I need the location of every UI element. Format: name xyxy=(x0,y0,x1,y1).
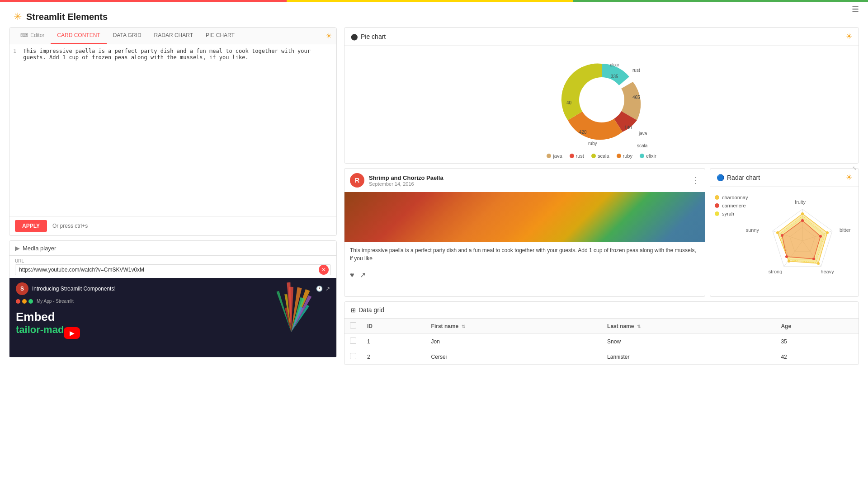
svg-text:strong: strong xyxy=(768,269,782,274)
row2-checkbox[interactable] xyxy=(350,353,356,359)
svg-point-23 xyxy=(826,231,829,234)
tab-radar-chart[interactable]: RADAR CHART xyxy=(148,28,199,44)
tab-card-content[interactable]: CARD CONTENT xyxy=(51,28,106,44)
row1-checkbox-cell xyxy=(344,334,362,349)
svg-point-29 xyxy=(812,258,815,260)
legend-dot-rust xyxy=(570,154,574,158)
select-all-checkbox[interactable] xyxy=(350,322,356,328)
legend-rust: rust xyxy=(570,153,584,159)
tab-data-grid[interactable]: DATA GRID xyxy=(107,28,148,44)
sort-icon-last: ⇅ xyxy=(637,324,641,329)
url-input[interactable] xyxy=(15,265,319,275)
recipe-name: Shrimp and Chorizo Paella xyxy=(369,174,691,181)
video-preview: S Introducing Streamlit Components! 🕐 ↗ … xyxy=(9,278,336,357)
svg-text:heavy: heavy xyxy=(821,269,834,274)
th-last-name[interactable]: Last name ⇅ xyxy=(602,319,775,334)
legend-ruby: ruby xyxy=(617,153,632,159)
svg-text:ruby: ruby xyxy=(588,141,597,146)
recipe-image xyxy=(344,192,705,242)
editor-card: ⌨ Editor CARD CONTENT DATA GRID RADAR CH… xyxy=(9,27,337,236)
youtube-play-button[interactable]: ▶ xyxy=(64,327,80,339)
svg-text:465: 465 xyxy=(632,95,640,100)
svg-text:rust: rust xyxy=(632,68,640,73)
url-clear-button[interactable]: ✕ xyxy=(319,265,329,275)
embed-text1-label: Embed xyxy=(16,310,330,324)
pie-chart-header: ⬤ Pie chart ☀ xyxy=(344,28,859,46)
svg-point-30 xyxy=(785,255,788,258)
recipe-header: R Shrimp and Chorizo Paella September 14… xyxy=(344,169,705,192)
row1-first: Jon xyxy=(426,334,602,349)
recipe-avatar: R xyxy=(350,173,364,188)
th-id: ID xyxy=(362,319,426,334)
th-age: Age xyxy=(775,319,859,334)
recipe-card: R Shrimp and Chorizo Paella September 14… xyxy=(344,168,705,297)
keyboard-icon: ⌨ xyxy=(20,32,28,38)
dot-red xyxy=(16,299,20,304)
pie-chart-title: ⬤ Pie chart xyxy=(351,33,386,40)
editor-content[interactable]: 1 This impressive paella is a perfect pa… xyxy=(9,44,336,216)
table-header-row: ID First name ⇅ Last name ⇅ Age xyxy=(344,319,859,334)
hamburger-button[interactable]: ☰ xyxy=(852,5,859,14)
embed-text2-label: tailor-made xyxy=(16,324,330,336)
row1-last: Snow xyxy=(602,334,775,349)
recipe-title-section: Shrimp and Chorizo Paella September 14, … xyxy=(369,174,691,187)
radar-content: chardonnay carmenere syrah xyxy=(710,187,859,296)
radar-chart-svg: fruity bitter heavy strong sunny xyxy=(753,191,852,291)
clock-icon: 🕐 xyxy=(316,286,323,292)
row1-age: 35 xyxy=(775,334,859,349)
svg-point-28 xyxy=(819,235,822,238)
radar-dot-carmenere xyxy=(715,203,719,208)
channel-icon: S xyxy=(16,282,28,295)
row2-checkbox-cell xyxy=(344,349,362,365)
legend-java: java xyxy=(547,153,562,159)
radar-icon: 🔵 xyxy=(717,174,724,181)
legend-dot-scala xyxy=(591,154,596,158)
tab-pie-chart[interactable]: PIE CHART xyxy=(199,28,241,44)
th-first-name[interactable]: First name ⇅ xyxy=(426,319,602,334)
left-panel: ⌨ Editor CARD CONTENT DATA GRID RADAR CH… xyxy=(9,27,337,456)
media-title: Media player xyxy=(23,245,56,252)
app-header: ✳ Streamlit Elements xyxy=(0,2,868,27)
svg-text:420: 420 xyxy=(579,130,587,135)
main-layout: ⌨ Editor CARD CONTENT DATA GRID RADAR CH… xyxy=(0,27,868,461)
legend-dot-ruby xyxy=(617,154,621,158)
data-grid-card: ⊞ Data grid ID First name ⇅ Last name ⇅ … xyxy=(344,301,859,365)
svg-point-22 xyxy=(801,212,804,215)
legend-dot-java xyxy=(547,154,551,158)
row2-last: Lannister xyxy=(602,349,775,365)
radar-dot-syrah xyxy=(715,211,719,216)
pie-icon: ⬤ xyxy=(351,33,358,40)
row2-first: Cersei xyxy=(426,349,602,365)
dot-yellow xyxy=(22,299,27,304)
right-panel: ⬤ Pie chart ☀ xyxy=(344,27,859,456)
tab-editor[interactable]: ⌨ Editor xyxy=(14,28,51,44)
row1-id: 1 xyxy=(362,334,426,349)
sort-icon-first: ⇅ xyxy=(462,324,465,329)
radar-chart-card: 🔵 Radar chart ☀ chardonnay carmenere xyxy=(710,168,859,297)
line-number: 1 xyxy=(13,48,16,61)
svg-text:335: 335 xyxy=(611,74,618,79)
row2-age: 42 xyxy=(775,349,859,365)
svg-point-26 xyxy=(776,231,779,234)
middle-row: R Shrimp and Chorizo Paella September 14… xyxy=(344,168,859,297)
editor-sun-icon: ☀ xyxy=(326,32,332,40)
pie-chart-svg: 335 465 140 420 40 elixir java ruby rust… xyxy=(534,50,670,150)
recipe-desc: This impressive paella is a perfect part… xyxy=(344,242,705,267)
svg-point-24 xyxy=(817,262,820,265)
radar-sun-icon: ☀ xyxy=(846,173,852,182)
editor-footer: APPLY Or press ctrl+s xyxy=(9,216,336,235)
recipe-more-button[interactable]: ⋮ xyxy=(691,175,699,185)
radar-dot-chardonnay xyxy=(715,195,719,200)
apply-button[interactable]: APPLY xyxy=(15,220,47,232)
share-icon[interactable]: ↗ xyxy=(360,271,366,279)
app-name-label: My App - Streamlit xyxy=(37,299,74,304)
recipe-date: September 14, 2016 xyxy=(369,181,691,187)
pie-chart-sun-icon: ☀ xyxy=(846,32,852,41)
svg-text:bitter: bitter xyxy=(840,227,851,233)
heart-icon[interactable]: ♥ xyxy=(350,271,354,279)
radar-legend-carmenere: carmenere xyxy=(715,203,748,208)
svg-text:java: java xyxy=(638,131,647,136)
url-section: URL ✕ xyxy=(9,256,336,278)
row1-checkbox[interactable] xyxy=(350,338,356,344)
radar-chart-title: 🔵 Radar chart xyxy=(717,174,760,181)
